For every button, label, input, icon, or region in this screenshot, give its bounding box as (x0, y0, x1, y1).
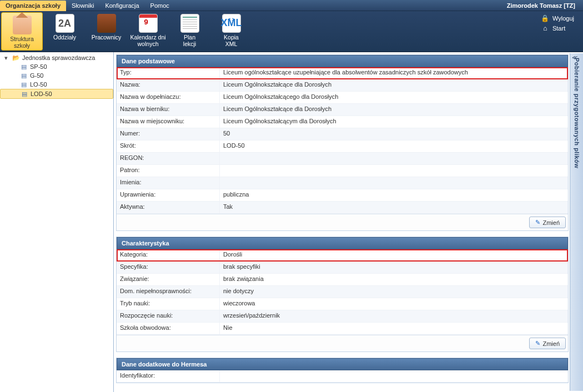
ribbon-label: lekcji (183, 41, 196, 47)
form-row: Typ:Liceum ogólnokształcące uzupełniając… (117, 67, 568, 79)
field-value (220, 165, 568, 177)
change-button[interactable]: ✎Zmień (529, 338, 566, 349)
form-row: Szkoła obwodowa:Nie (117, 323, 568, 335)
ribbon-pracownicy[interactable]: Pracownicy (86, 11, 127, 52)
form-row: Nazwa w dopełniaczu:Liceum Ogólnokształc… (117, 92, 568, 104)
field-label: Kategoria: (117, 249, 220, 261)
ribbon-struktura-szkoly[interactable]: Struktura szkoły (1, 12, 43, 51)
ribbon-kalendarz[interactable]: Kalendarz dni wolnych (127, 11, 169, 52)
form-row: Kategoria:Dorośli (117, 249, 568, 262)
school-icon (13, 16, 32, 34)
panel-header[interactable]: Dane podstawowe (117, 55, 568, 67)
logout-link[interactable]: 🔒Wyloguj (541, 14, 574, 22)
menu-tab-pomoc[interactable]: Pomoc (145, 0, 175, 11)
pencil-icon: ✎ (535, 340, 540, 347)
field-label: Identyfikator: (117, 370, 220, 382)
ribbon-label: Oddziały (53, 34, 76, 41)
form-row: Związanie:brak związania (117, 274, 568, 286)
ribbon-label: Struktura (10, 36, 34, 42)
form-row: Nazwa w bierniku:Liceum Ogólnokształcące… (117, 104, 568, 116)
home-icon: ⌂ (541, 24, 549, 32)
ribbon-label: szkoły (14, 42, 30, 49)
field-value: Dorośli (220, 249, 568, 261)
calendar-icon (139, 14, 158, 33)
tree-panel: ▾ 📂 Jednostka sprawozdawcza ▤SP-50 ▤G-50… (0, 52, 114, 392)
pencil-icon: ✎ (535, 219, 540, 226)
field-value: Tak (220, 202, 568, 213)
tree-item-sp50[interactable]: ▤SP-50 (0, 62, 113, 71)
form-row: Imienia: (117, 177, 568, 189)
field-value: LOD-50 (220, 140, 568, 152)
briefcase-icon (97, 14, 116, 33)
menu-tab-slowniki[interactable]: Słowniki (66, 0, 99, 11)
field-value: Liceum Ogólnokształcącym dla Dorosłych (220, 116, 568, 128)
lock-icon: 🔒 (541, 14, 549, 22)
field-label: Patron: (117, 165, 220, 177)
form-row: REGON: (117, 153, 568, 165)
tree-item-label: G-50 (30, 72, 43, 79)
button-label: Zmień (542, 340, 560, 347)
expand-icon[interactable]: ≪ (572, 54, 577, 61)
menu-tab-organizacja[interactable]: Organizacja szkoły (0, 1, 66, 11)
menubar: Organizacja szkoły Słowniki Konfiguracja… (0, 0, 583, 11)
field-label: Związanie: (117, 274, 220, 285)
form-row: Patron: (117, 165, 568, 177)
tree-root[interactable]: ▾ 📂 Jednostka sprawozdawcza (0, 53, 113, 62)
form-row: Nazwa:Liceum Ogólnokształcące dla Dorosł… (117, 79, 568, 92)
form-row: Aktywna:Tak (117, 202, 568, 214)
folder-icon: 📂 (12, 54, 20, 61)
side-panel-collapsed[interactable]: ≪ Pobieranie przygotowanych plików (570, 53, 583, 391)
tree-item-label: LOD-50 (31, 91, 52, 97)
field-value (220, 177, 568, 189)
field-label: Typ: (117, 67, 220, 79)
field-value (220, 153, 568, 164)
tree-item-g50[interactable]: ▤G-50 (0, 71, 113, 80)
ribbon-plan-lekcji[interactable]: Plan lekcji (169, 11, 210, 52)
start-link[interactable]: ⌂Start (541, 24, 574, 32)
field-value: brak specyfiki (220, 262, 568, 273)
field-value: wieczorowa (220, 298, 568, 310)
field-value: nie dotyczy (220, 286, 568, 298)
field-value: Nie (220, 323, 568, 334)
page-icon: ▤ (21, 91, 28, 97)
field-value: Liceum Ogólnokształcącego dla Dorosłych (220, 92, 568, 103)
plan-icon (180, 14, 199, 33)
panel-charakterystyka: Charakterystyka Kategoria:DorośliSpecyfi… (116, 237, 569, 352)
field-label: Dom. niepełnosprawności: (117, 286, 220, 298)
tree-item-label: LO-50 (30, 81, 47, 88)
panel-header[interactable]: Dane dodatkowe do Hermesa (117, 358, 568, 370)
ribbon-kopia-xml[interactable]: XML Kopia XML (210, 11, 252, 52)
field-value: Liceum ogólnokształcące uzupełniające dl… (220, 67, 568, 79)
ribbon-oddzialy[interactable]: 2A Oddziały (44, 11, 86, 52)
form-row: Specyfika:brak specyfiki (117, 262, 568, 274)
ribbon-label: Kopia (224, 34, 239, 41)
tree-item-label: SP-50 (30, 63, 47, 70)
field-value: Liceum Ogólnokształcące dla Dorosłych (220, 104, 568, 115)
field-label: Nazwa w dopełniaczu: (117, 92, 220, 103)
form-row: Tryb nauki:wieczorowa (117, 298, 568, 310)
field-label: Nazwa: (117, 79, 220, 91)
change-button[interactable]: ✎Zmień (529, 217, 566, 228)
logout-label: Wyloguj (552, 15, 574, 22)
field-value: 50 (220, 128, 568, 140)
tree-item-lod50[interactable]: ▤LOD-50 (0, 89, 113, 99)
field-label: Nazwa w miejscowniku: (117, 116, 220, 128)
panel-header[interactable]: Charakterystyka (117, 237, 568, 249)
side-panel-label: Pobieranie przygotowanych plików (574, 58, 580, 168)
collapse-icon[interactable]: ▾ (2, 54, 10, 61)
tree-item-lo50[interactable]: ▤LO-50 (0, 80, 113, 89)
panel-dane-podstawowe: Dane podstawowe Typ:Liceum ogólnokształc… (116, 54, 569, 231)
field-label: Specyfika: (117, 262, 220, 273)
ribbon-label: Kalendarz dni (130, 34, 165, 41)
panel-hermes: Dane dodatkowe do Hermesa Identyfikator: (116, 358, 569, 383)
ribbon-label: wolnych (138, 41, 159, 47)
button-label: Zmień (542, 219, 560, 226)
field-label: Uprawnienia: (117, 189, 220, 201)
form-row: Numer:50 (117, 128, 568, 140)
form-row: Nazwa w miejscowniku:Liceum Ogólnokształ… (117, 116, 568, 128)
menu-tab-konfiguracja[interactable]: Konfiguracja (99, 0, 144, 11)
field-value: wrzesień/październik (220, 310, 568, 322)
field-label: Szkoła obwodowa: (117, 323, 220, 334)
start-label: Start (552, 25, 565, 32)
field-label: Tryb nauki: (117, 298, 220, 310)
